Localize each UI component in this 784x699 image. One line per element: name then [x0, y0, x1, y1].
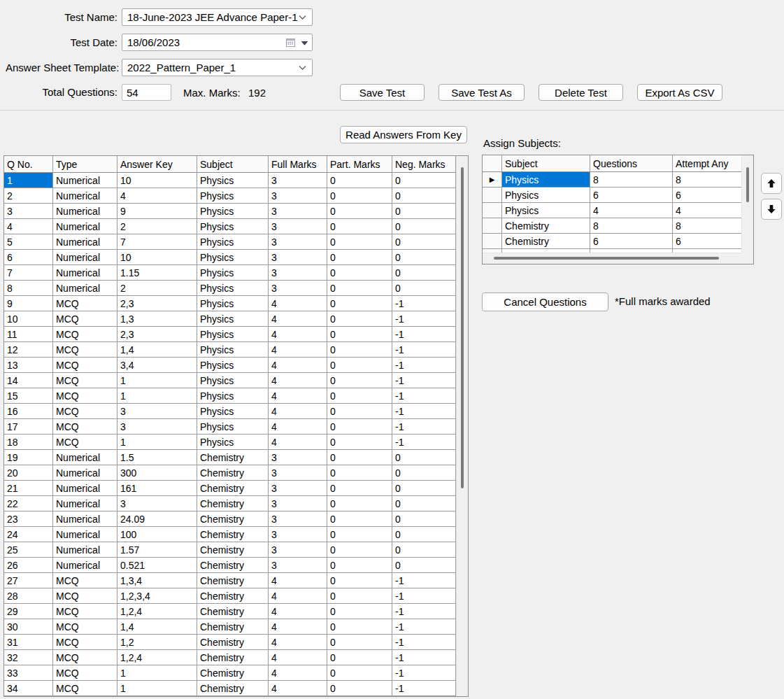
question-cell[interactable]: Numerical	[53, 511, 117, 527]
question-cell[interactable]: 25	[4, 542, 53, 558]
question-cell[interactable]: -1	[392, 373, 456, 388]
question-cell[interactable]: 10	[117, 250, 197, 265]
question-cell[interactable]: 0	[392, 542, 456, 558]
question-cell[interactable]: 0	[392, 265, 456, 281]
question-cell[interactable]: 0	[392, 496, 456, 511]
question-cell[interactable]: MCQ	[53, 588, 117, 604]
move-subject-up-button[interactable]	[761, 173, 782, 194]
row-selector-cell[interactable]	[483, 234, 502, 249]
export-csv-button[interactable]: Export As CSV	[637, 84, 722, 101]
save-test-button[interactable]: Save Test	[340, 84, 425, 101]
question-cell[interactable]: 0	[327, 265, 392, 281]
question-cell[interactable]: Physics	[197, 250, 269, 265]
question-cell[interactable]: 0	[327, 250, 392, 265]
question-cell[interactable]: Physics	[197, 311, 269, 327]
subject-cell[interactable]: 6	[673, 234, 742, 249]
question-cell[interactable]: 9	[117, 204, 197, 219]
question-cell[interactable]: 3	[269, 188, 327, 204]
question-cell[interactable]: 0	[327, 435, 392, 450]
question-cell[interactable]: 1,3	[117, 311, 197, 327]
question-cell[interactable]: 1.57	[117, 542, 197, 558]
question-cell[interactable]: 0	[392, 465, 456, 481]
scrollbar-thumb[interactable]	[746, 167, 749, 202]
question-cell[interactable]: 34	[4, 681, 53, 696]
question-cell[interactable]: Chemistry	[197, 511, 269, 527]
question-cell[interactable]: 2,3	[117, 327, 197, 342]
question-cell[interactable]: -1	[392, 681, 456, 696]
question-cell[interactable]: -1	[392, 327, 456, 342]
question-cell[interactable]: 0	[392, 234, 456, 250]
question-cell[interactable]: Numerical	[53, 173, 117, 188]
question-cell[interactable]: Numerical	[53, 250, 117, 265]
question-cell[interactable]: 0	[327, 496, 392, 511]
question-cell[interactable]: Numerical	[53, 496, 117, 511]
question-cell[interactable]: 7	[117, 234, 197, 250]
question-cell[interactable]: 0	[327, 527, 392, 542]
question-cell[interactable]: 100	[117, 527, 197, 542]
question-cell[interactable]: 10	[4, 311, 53, 327]
question-cell[interactable]: 0	[327, 650, 392, 665]
question-cell[interactable]: Physics	[197, 327, 269, 342]
question-cell[interactable]: Numerical	[53, 527, 117, 542]
question-cell[interactable]: 4	[269, 327, 327, 342]
question-cell[interactable]: 4	[117, 188, 197, 204]
question-cell[interactable]: Numerical	[53, 465, 117, 481]
question-cell[interactable]: 13	[4, 358, 53, 373]
question-cell[interactable]: 0	[392, 250, 456, 265]
question-cell[interactable]: Physics	[197, 173, 269, 188]
question-cell[interactable]: -1	[392, 311, 456, 327]
question-cell[interactable]: 0	[327, 542, 392, 558]
question-cell[interactable]: 0	[392, 558, 456, 573]
question-cell[interactable]: 3	[269, 542, 327, 558]
current-row-arrow-icon[interactable]: ▶	[483, 172, 502, 188]
question-cell[interactable]: 21	[4, 481, 53, 496]
question-cell[interactable]: 16	[4, 404, 53, 419]
question-cell[interactable]: 3,4	[117, 358, 197, 373]
question-cell[interactable]: 9	[4, 296, 53, 311]
question-cell[interactable]: 3	[269, 527, 327, 542]
question-cell[interactable]: 3	[269, 481, 327, 496]
question-cell[interactable]: 33	[4, 665, 53, 681]
question-cell[interactable]: MCQ	[53, 435, 117, 450]
question-cell[interactable]: 3	[269, 465, 327, 481]
question-cell[interactable]: 4	[269, 358, 327, 373]
question-cell[interactable]: 0	[392, 173, 456, 188]
column-header[interactable]: Full Marks	[269, 156, 327, 173]
question-cell[interactable]: 4	[269, 435, 327, 450]
question-cell[interactable]: 1	[4, 173, 53, 188]
question-cell[interactable]: -1	[392, 619, 456, 635]
subject-cell[interactable]: 8	[590, 218, 673, 234]
question-cell[interactable]: Physics	[197, 204, 269, 219]
question-cell[interactable]: 2	[4, 188, 53, 204]
question-cell[interactable]: Chemistry	[197, 450, 269, 465]
question-cell[interactable]: 20	[4, 465, 53, 481]
question-cell[interactable]: 1,2,3,4	[117, 588, 197, 604]
question-cell[interactable]: 3	[269, 265, 327, 281]
question-cell[interactable]: 0	[327, 450, 392, 465]
question-cell[interactable]: Physics	[197, 188, 269, 204]
question-cell[interactable]: 0	[392, 219, 456, 234]
column-header[interactable]: Subject	[197, 156, 269, 173]
question-cell[interactable]: 4	[269, 388, 327, 404]
question-cell[interactable]: 4	[269, 635, 327, 650]
question-cell[interactable]: 29	[4, 604, 53, 619]
question-cell[interactable]: Physics	[197, 419, 269, 435]
question-cell[interactable]: -1	[392, 388, 456, 404]
question-cell[interactable]: 1,2	[117, 635, 197, 650]
question-cell[interactable]: 23	[4, 511, 53, 527]
question-cell[interactable]: Physics	[197, 296, 269, 311]
question-cell[interactable]: 3	[269, 511, 327, 527]
question-cell[interactable]: 0	[327, 358, 392, 373]
question-cell[interactable]: 300	[117, 465, 197, 481]
question-cell[interactable]: 3	[117, 404, 197, 419]
question-cell[interactable]: MCQ	[53, 619, 117, 635]
question-cell[interactable]: Numerical	[53, 281, 117, 296]
question-cell[interactable]: -1	[392, 665, 456, 681]
column-header[interactable]: Attempt Any	[673, 155, 742, 172]
question-cell[interactable]: 1,2,4	[117, 650, 197, 665]
question-cell[interactable]: 18	[4, 435, 53, 450]
question-cell[interactable]: -1	[392, 588, 456, 604]
question-cell[interactable]: -1	[392, 419, 456, 435]
questions-vertical-scrollbar[interactable]	[456, 156, 468, 696]
question-cell[interactable]: 4	[269, 604, 327, 619]
